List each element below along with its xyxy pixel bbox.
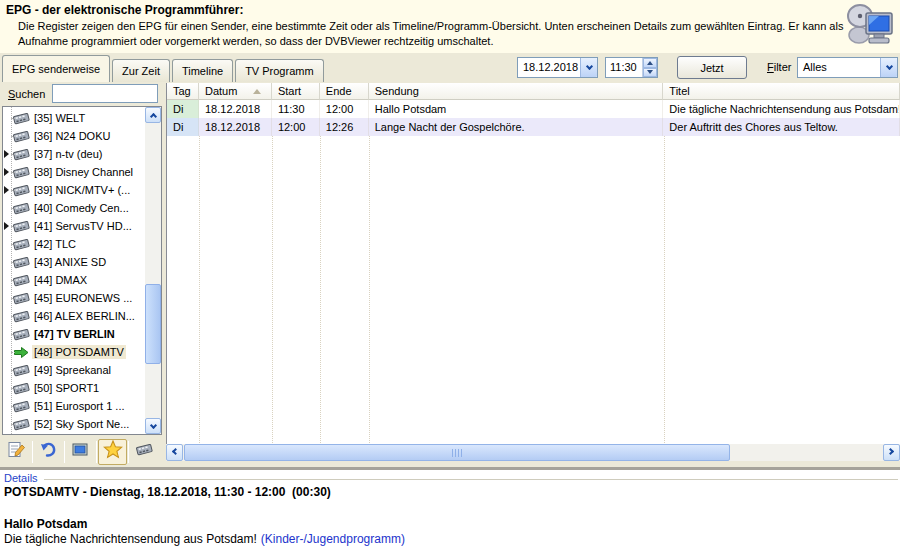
cell-tag: Di (167, 118, 199, 136)
cell-ende: 12:26 (320, 118, 369, 136)
channel-label: [51] Eurosport 1 ... (32, 399, 127, 413)
tree-scrollbar[interactable] (145, 107, 161, 434)
program-category-link[interactable]: (Kinder-/Jugendprogramm) (261, 532, 405, 546)
channel-item-36[interactable]: [36] N24 DOKU (3, 127, 145, 145)
column-header-tag[interactable]: Tag (167, 83, 199, 100)
tab-epg-senderweise[interactable]: EPG senderweise (2, 55, 110, 82)
epg-row[interactable]: Di18.12.201811:3012:00Hallo PotsdamDie t… (167, 100, 900, 118)
channel-item-35[interactable]: [35] WELT (3, 109, 145, 127)
time-spinner[interactable]: 11:30 (605, 57, 658, 78)
channel-label: [38] Disney Channel (32, 165, 135, 179)
expand-arrow-icon[interactable] (4, 150, 9, 158)
filter-dropdown-icon[interactable] (880, 58, 897, 77)
column-header-start[interactable]: Start (272, 83, 320, 100)
channel-label: [52] Sky Sport Ne... (32, 417, 131, 431)
column-label: Tag (173, 85, 191, 97)
panel-splitter[interactable] (0, 467, 900, 470)
film-button[interactable] (130, 439, 159, 465)
column-header-sendung[interactable]: Sendung (369, 83, 664, 100)
scroll-left-icon[interactable] (166, 444, 183, 461)
table-hscrollbar-thumb[interactable] (184, 444, 730, 461)
toolbar-separator (64, 441, 65, 463)
film-reel-icon (13, 417, 30, 432)
channel-item-51[interactable]: [51] Eurosport 1 ... (3, 397, 145, 415)
help-header: EPG - der elektronische Programmführer: … (0, 0, 900, 53)
film-reel-icon (13, 363, 30, 378)
scroll-down-icon[interactable] (145, 418, 161, 434)
expand-arrow-icon[interactable] (4, 168, 9, 176)
film-reel-icon (13, 399, 30, 414)
search-input[interactable] (52, 84, 158, 103)
film-reel-icon (13, 327, 30, 342)
scroll-right-icon[interactable] (883, 444, 900, 461)
channel-label: [35] WELT (32, 111, 87, 125)
tab-tv-programm[interactable]: TV Programm (235, 59, 323, 82)
film-reel-icon (13, 165, 30, 180)
filter-value: Alles (798, 58, 880, 77)
channel-item-40[interactable]: [40] Comedy Cen... (3, 199, 145, 217)
star-icon (103, 440, 123, 463)
date-select[interactable]: 18.12.2018 (517, 57, 598, 78)
current-channel-arrow-icon (13, 345, 30, 360)
channel-item-46[interactable]: [46] ALEX BERLIN... (3, 307, 145, 325)
channel-item-49[interactable]: [49] Spreekanal (3, 361, 145, 379)
column-header-datum[interactable]: Datum (199, 83, 272, 100)
date-dropdown-icon[interactable] (580, 58, 597, 77)
tab-timeline[interactable]: Timeline (172, 59, 233, 82)
channel-item-37[interactable]: [37] n-tv (deu) (3, 145, 145, 163)
program-description: Die tägliche Nachrichtensendung aus Pots… (4, 532, 405, 546)
column-header-titel[interactable]: Titel (663, 83, 900, 100)
table-header: TagDatumStartEndeSendungTitel (167, 83, 900, 100)
cell-ende: 12:00 (320, 100, 369, 118)
screen-icon (71, 441, 90, 463)
channel-label: [46] ALEX BERLIN... (32, 309, 137, 323)
channel-item-42[interactable]: [42] TLC (3, 235, 145, 253)
film-reel-icon (13, 111, 30, 126)
column-header-ende[interactable]: Ende (320, 83, 369, 100)
channel-item-47[interactable]: [47] TV BERLIN (3, 325, 145, 343)
filter-select[interactable]: Alles (797, 57, 898, 78)
film-icon (136, 442, 153, 461)
undo-button[interactable] (34, 439, 63, 465)
program-description-text: Die tägliche Nachrichtensendung aus Pots… (4, 532, 257, 546)
channel-list: [35] WELT[36] N24 DOKU[37] n-tv (deu)[38… (3, 109, 145, 433)
channel-label: [39] NICK/MTV+ (... (32, 183, 132, 197)
column-guide-line (272, 136, 273, 443)
expand-arrow-icon[interactable] (4, 186, 9, 194)
channel-item-50[interactable]: [50] SPORT1 (3, 379, 145, 397)
channel-item-45[interactable]: [45] EURONEWS ... (3, 289, 145, 307)
expand-arrow-icon[interactable] (4, 222, 9, 230)
column-guide-line (664, 136, 665, 443)
favorites-star-button[interactable] (98, 439, 127, 465)
screenshot-button[interactable] (66, 439, 95, 465)
sort-ascending-icon (253, 89, 261, 94)
time-down-icon[interactable] (643, 68, 657, 78)
channel-item-41[interactable]: [41] ServusTV HD... (3, 217, 145, 235)
cell-datum: 18.12.2018 (199, 118, 272, 136)
channel-label: [41] ServusTV HD... (32, 219, 134, 233)
time-up-icon[interactable] (643, 58, 657, 68)
edit-button[interactable] (2, 439, 31, 465)
channel-item-39[interactable]: [39] NICK/MTV+ (... (3, 181, 145, 199)
table-hscrollbar[interactable] (166, 444, 900, 461)
column-guide-line (320, 136, 321, 443)
film-reel-icon (13, 309, 30, 324)
channel-item-38[interactable]: [38] Disney Channel (3, 163, 145, 181)
channel-item-48[interactable]: [48] POTSDAMTV (3, 343, 145, 361)
channel-label: [43] ANIXE SD (32, 255, 108, 269)
film-reel-icon (13, 219, 30, 234)
program-title: Hallo Potsdam (4, 517, 87, 531)
channel-label: [40] Comedy Cen... (32, 201, 131, 215)
epg-row[interactable]: Di18.12.201812:0012:26Lange Nacht der Go… (167, 118, 900, 136)
edit-icon (7, 441, 26, 463)
cell-start: 11:30 (272, 100, 320, 118)
channel-item-52[interactable]: [52] Sky Sport Ne... (3, 415, 145, 433)
scroll-up-icon[interactable] (145, 107, 161, 123)
tree-scrollbar-thumb[interactable] (145, 284, 161, 364)
tab-zur-zeit[interactable]: Zur Zeit (112, 59, 170, 82)
description-line-2: Aufnahme programmiert oder vorgemerkt we… (18, 34, 843, 49)
jetzt-button[interactable]: Jetzt (677, 56, 747, 79)
channel-item-43[interactable]: [43] ANIXE SD (3, 253, 145, 271)
channel-item-44[interactable]: [44] DMAX (3, 271, 145, 289)
film-reel-icon (13, 129, 30, 144)
